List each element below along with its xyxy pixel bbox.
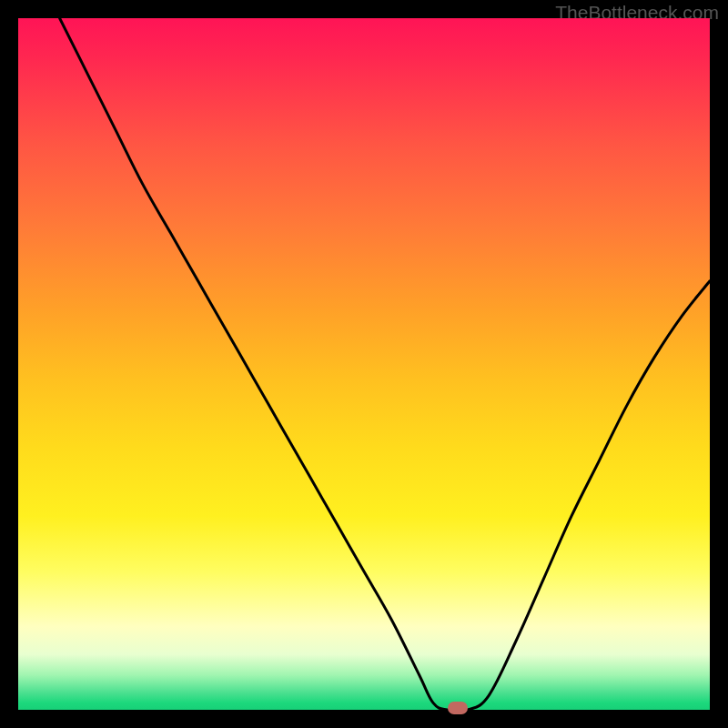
curve-svg <box>18 18 710 710</box>
chart-frame: TheBottleneck.com <box>0 0 728 728</box>
optimal-marker <box>448 702 468 714</box>
plot-area <box>18 18 710 710</box>
bottleneck-curve <box>60 18 710 710</box>
